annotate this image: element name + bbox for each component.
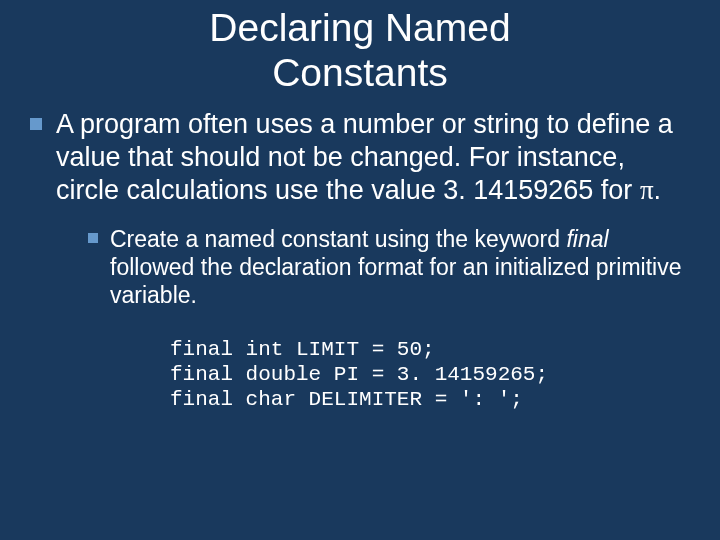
title-line-1: Declaring Named [209, 6, 510, 49]
code-line-3: final char DELIMITER = ': '; [170, 388, 523, 411]
code-line-2: final double PI = 3. 14159265; [170, 363, 548, 386]
slide: Declaring Named Constants A program ofte… [0, 0, 720, 540]
pi-symbol: π [640, 175, 654, 205]
sub-text-italic: final [566, 226, 608, 252]
code-line-1: final int LIMIT = 50; [170, 338, 435, 361]
body-text-post: . [654, 175, 662, 205]
code-block: final int LIMIT = 50; final double PI = … [170, 337, 690, 413]
slide-title: Declaring Named Constants [30, 0, 690, 104]
square-bullet-icon [88, 233, 98, 243]
bullet-row-2: Create a named constant using the keywor… [88, 225, 690, 309]
sub-text-post: followed the declaration format for an i… [110, 254, 681, 308]
bullet-row-1: A program often uses a number or string … [30, 108, 690, 207]
body-text-pre: A program often uses a number or string … [56, 109, 673, 205]
body-text: A program often uses a number or string … [56, 108, 690, 207]
title-line-2: Constants [272, 51, 448, 94]
sub-text: Create a named constant using the keywor… [110, 225, 690, 309]
sub-text-pre: Create a named constant using the keywor… [110, 226, 566, 252]
square-bullet-icon [30, 118, 42, 130]
